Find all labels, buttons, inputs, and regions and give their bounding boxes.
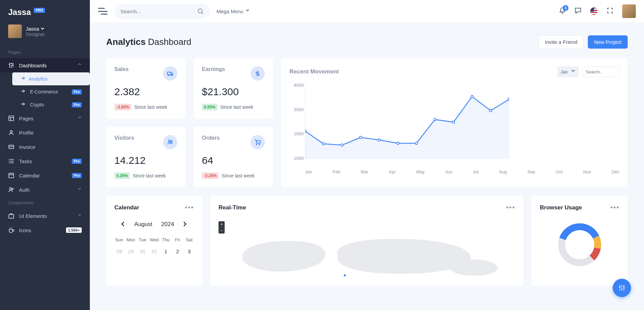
card-menu[interactable]: ••• xyxy=(506,204,515,211)
svg-line-20 xyxy=(202,13,203,14)
calendar-day[interactable]: 2 xyxy=(173,246,182,256)
stat-value: $21.300 xyxy=(202,86,265,98)
mega-menu[interactable]: Mega Menu xyxy=(216,8,249,14)
layout-icon xyxy=(8,115,14,121)
calendar-day[interactable]: 3 xyxy=(184,246,194,256)
arrow-right-icon xyxy=(20,102,25,108)
nav-tasks[interactable]: TasksPro xyxy=(0,154,90,168)
user-name: Jassa xyxy=(26,26,45,32)
svg-point-34 xyxy=(397,142,399,144)
menu-toggle[interactable] xyxy=(98,8,108,15)
stat-sales: Sales 2.382 -3.65%Since last week xyxy=(106,58,186,119)
svg-point-29 xyxy=(305,130,306,132)
calendar-day[interactable]: 28 xyxy=(114,246,124,256)
arrow-right-icon xyxy=(20,76,25,82)
nav-pages[interactable]: Pages xyxy=(0,111,90,125)
svg-point-40 xyxy=(508,98,510,100)
nav-profile[interactable]: Profile xyxy=(0,125,90,140)
chart-x-axis: JanFebMarAprMayJunJulAugSepOctNovDec xyxy=(305,169,619,174)
svg-point-37 xyxy=(452,121,455,123)
user-role: Designer xyxy=(26,32,45,37)
card-menu[interactable]: ••• xyxy=(610,204,619,211)
sidebar: Jassa PRO Jassa Designer Pages Dashboard… xyxy=(0,0,90,310)
invite-friend-button[interactable]: Invite a Friend xyxy=(538,35,584,49)
card-title: Calendar xyxy=(114,204,139,211)
svg-point-35 xyxy=(415,142,418,144)
cart-icon xyxy=(251,135,265,149)
chevron-right-icon[interactable] xyxy=(183,221,188,227)
svg-point-26 xyxy=(256,144,257,145)
nav-ecommerce[interactable]: E-CommercePro xyxy=(12,85,90,98)
search-box[interactable] xyxy=(114,4,210,19)
svg-point-17 xyxy=(12,188,13,190)
stat-value: 14.212 xyxy=(114,155,177,166)
svg-point-10 xyxy=(9,161,10,161)
dollar-icon xyxy=(251,66,265,81)
card-icon xyxy=(8,144,14,150)
browser-usage-card: Browser Usage••• xyxy=(532,195,628,286)
stat-pct: -3.65% xyxy=(114,104,131,110)
stat-earnings: Earnings $21.300 6.65%Since last week xyxy=(194,58,273,119)
svg-point-39 xyxy=(489,109,492,112)
calendar-icon xyxy=(8,172,14,178)
svg-point-19 xyxy=(198,9,202,13)
nav-calendar[interactable]: CalendarPro xyxy=(0,168,90,183)
notifications-button[interactable]: 4 xyxy=(559,7,566,15)
calendar-day[interactable]: 1 xyxy=(161,246,171,256)
chart-title: Recent Movement xyxy=(289,68,339,75)
brand[interactable]: Jassa PRO xyxy=(0,0,90,24)
map-zoom: +− xyxy=(219,221,225,234)
nav-analytics[interactable]: Analytics xyxy=(12,72,90,85)
new-project-button[interactable]: New Project xyxy=(588,35,628,49)
svg-rect-0 xyxy=(9,116,14,121)
user-block[interactable]: Jassa Designer xyxy=(0,24,90,46)
user-avatar[interactable] xyxy=(622,4,636,18)
nav-invoice[interactable]: Invoice xyxy=(0,140,90,154)
messages-button[interactable] xyxy=(575,7,581,15)
sliders-icon xyxy=(618,284,626,292)
map-marker[interactable] xyxy=(343,274,347,277)
svg-point-16 xyxy=(10,188,12,190)
calendar-day[interactable]: 30 xyxy=(138,246,147,256)
chart-search-input[interactable] xyxy=(582,67,619,77)
calendar-day[interactable]: 31 xyxy=(149,246,159,256)
calendar-day[interactable]: 29 xyxy=(126,246,135,256)
language-flag[interactable] xyxy=(590,7,598,15)
chevron-down-icon xyxy=(78,187,82,193)
settings-fab[interactable] xyxy=(613,279,631,297)
coffee-icon xyxy=(8,227,14,233)
chevron-down-icon xyxy=(571,69,575,75)
card-menu[interactable]: ••• xyxy=(185,204,194,211)
search-icon[interactable] xyxy=(197,8,204,14)
chevron-down-icon xyxy=(245,8,249,14)
notification-count: 4 xyxy=(563,5,568,11)
stat-pct: 6.65% xyxy=(202,104,218,110)
nav-auth[interactable]: Auth xyxy=(0,183,90,197)
svg-point-11 xyxy=(9,163,10,163)
stat-label: Orders xyxy=(202,135,220,141)
search-input[interactable] xyxy=(120,8,194,14)
stat-value: 64 xyxy=(202,155,265,166)
nav-ui-elements[interactable]: UI Elements xyxy=(0,209,90,223)
chart-period-select[interactable]: Jan xyxy=(557,66,579,77)
svg-point-38 xyxy=(471,96,473,98)
fullscreen-button[interactable] xyxy=(607,7,613,15)
users-icon xyxy=(8,187,14,193)
stat-label: Earnings xyxy=(202,66,225,72)
nav-crypto[interactable]: CryptoPro xyxy=(12,98,90,111)
page-header: Analytics Dashboard Invite a Friend New … xyxy=(106,35,628,49)
nav-icons[interactable]: Icons1.500+ xyxy=(0,223,90,237)
world-map[interactable] xyxy=(219,237,515,278)
sliders-icon xyxy=(8,62,14,68)
svg-point-3 xyxy=(10,131,12,133)
nav-dashboards[interactable]: Dashboards xyxy=(0,58,90,72)
zoom-out-button[interactable]: − xyxy=(219,227,225,234)
realtime-card: Real-Time••• +− xyxy=(210,195,524,286)
calendar-grid: SunMonTueWedThuFriSat28293031123 xyxy=(114,235,194,256)
svg-point-25 xyxy=(171,141,172,142)
chevron-left-icon[interactable] xyxy=(121,221,126,227)
svg-point-36 xyxy=(434,118,436,121)
zoom-in-button[interactable]: + xyxy=(219,221,225,227)
svg-point-32 xyxy=(359,136,362,139)
chevron-up-icon xyxy=(78,62,82,68)
